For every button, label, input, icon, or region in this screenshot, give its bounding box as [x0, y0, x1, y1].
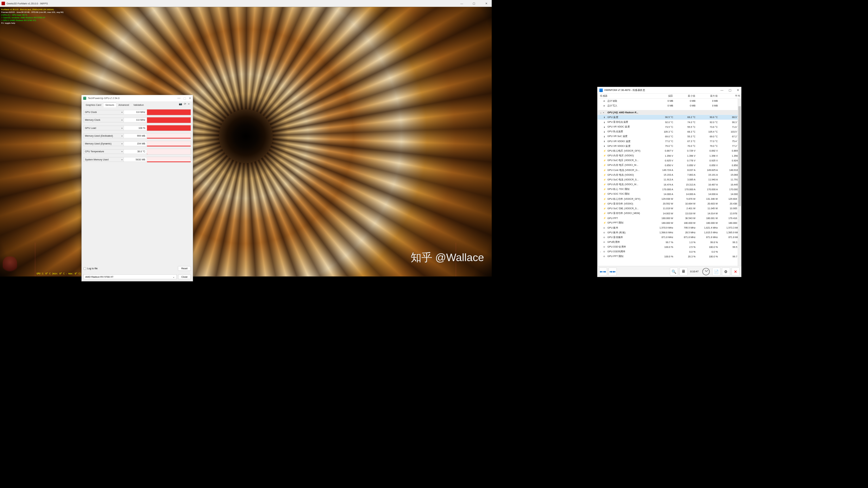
- sensor-label[interactable]: GPU Load▾: [83, 126, 124, 131]
- tab-graphics-card[interactable]: Graphics Card: [83, 102, 103, 108]
- close-button[interactable]: Close: [178, 274, 191, 279]
- log-to-file-checkbox[interactable]: Log to file: [83, 267, 97, 270]
- sensor-row[interactable]: ⚡GPU PPT 限制180.000 W180.000 W180.000 W18…: [598, 220, 741, 225]
- refresh-icon[interactable]: ⟳: [184, 102, 186, 108]
- sensor-group-header[interactable]: ⌄▪GPU [#0]: AMD Radeon R...: [598, 110, 741, 115]
- sensor-row[interactable]: Memory Clock▾0.0 MHz: [83, 116, 191, 124]
- sensor-row[interactable]: ⚡GPU 核心 TDC 限制170.000 A170.000 A170.000 …: [598, 187, 741, 192]
- sensor-row[interactable]: ⊙GPU D3D 使用率100.0 %2.5 %100.0 %99.5 %: [598, 245, 741, 249]
- reset-button[interactable]: Reset: [178, 266, 191, 271]
- sensor-value: 5630 MB: [124, 157, 147, 162]
- furmark-title: Geeks3D FurMark v1.35.0.0 - 96FPS: [6, 2, 458, 5]
- furmark-titlebar[interactable]: Geeks3D FurMark v1.35.0.0 - 96FPS — ▢ ✕: [0, 0, 492, 7]
- scrollbar[interactable]: [738, 99, 741, 266]
- sensor-row[interactable]: ⚡GPU 内存 电流 (VDDCI_M...16.474 A15.313 A16…: [598, 182, 741, 187]
- sensor-row[interactable]: ⚡GPU SOC TDC 限制14.000 A14.000 A14.000 A1…: [598, 192, 741, 196]
- sensor-row[interactable]: ⊙GPU 显存频率871.8 MHz871.8 MHz871.8 MHz871.…: [598, 235, 741, 240]
- sensor-row[interactable]: System Memory Used▾5630 MB: [83, 156, 191, 163]
- hwinfo-window[interactable]: HWiNFO64 v7.30-4870 - 传感器状态 — ▢ ✕ 传感器 实际…: [597, 87, 741, 277]
- exit-button[interactable]: ✕: [732, 268, 740, 276]
- sensor-row[interactable]: ⊙GPU 频率 (有效)1,566.6 MHz28.5 MHz1,615.5 M…: [598, 230, 741, 235]
- sensor-row[interactable]: ⚡GPU 核心功率 (VDDCR_GFX)129.936 W5.876 W131…: [598, 196, 741, 201]
- sensor-row[interactable]: ⊙GPU PPT 限制100.0 %20.3 %100.0 %99.7 %: [598, 254, 741, 259]
- network-button[interactable]: 🖥: [679, 268, 687, 276]
- sensor-type-icon: ⚡: [603, 207, 606, 210]
- tab-sensors[interactable]: Sensors: [103, 102, 116, 108]
- sensor-graph: [147, 157, 191, 162]
- sensor-row[interactable]: ⚡GPU SoC 电压 (VDDCR_S...0.925 V0.778 V0.9…: [598, 158, 741, 163]
- sensor-label[interactable]: System Memory Used▾: [83, 157, 124, 162]
- sensor-type-icon: ⚡: [603, 174, 606, 176]
- search-button[interactable]: 🔍: [670, 268, 678, 276]
- hwinfo-app-icon: [599, 89, 603, 92]
- sensor-label[interactable]: GPU Clock▾: [83, 110, 124, 115]
- sensor-row[interactable]: 🌡GPU VR VDDCI 温度79.0 °C70.0 °C79.0 °C77.…: [598, 144, 741, 149]
- sensor-row[interactable]: 🌡GPU VR SoC 温度69.0 °C55.3 °C69.0 °C67.2 …: [598, 134, 741, 139]
- settings-button[interactable]: ⚙: [722, 268, 730, 276]
- scrollbar-thumb[interactable]: [738, 106, 741, 206]
- menu-icon[interactable]: ≡: [188, 102, 190, 108]
- sensor-row[interactable]: ⚡GPU SoC 电流 (VDDCR_S...11.913 A3.085 A11…: [598, 177, 741, 182]
- sensor-label[interactable]: Memory Used (Dynamic)▾: [83, 141, 124, 146]
- sensor-row[interactable]: 🌡GPU 温度90.5 °C68.2 °C90.6 °C88.9 °C: [598, 115, 741, 120]
- maximize-button[interactable]: ▢: [729, 89, 731, 92]
- sensor-graph: [147, 109, 191, 115]
- sensor-row[interactable]: ⊘总计读取0 MB0 MB0 MB: [598, 99, 741, 103]
- gpu-select-dropdown[interactable]: AMD Radeon RX 5700 XT ⌄: [83, 274, 176, 279]
- gpuz-app-icon: [83, 97, 86, 100]
- minimize-button[interactable]: —: [720, 89, 723, 92]
- sensor-row[interactable]: ⚡GPU 内存 电压 (VDDCI_M...0.850 V0.850 V0.85…: [598, 163, 741, 168]
- sensor-row[interactable]: ⚡GPU 显存功率 (VDDIO)20.552 W10.664 W20.603 …: [598, 201, 741, 206]
- screenshot-icon[interactable]: 📷: [179, 102, 182, 108]
- sensor-row[interactable]: 🌡GPU VR VDDC 温度73.5 °C55.5 °C73.6 °C71.6…: [598, 124, 741, 129]
- sensor-row[interactable]: GPU Load▾100 %: [83, 124, 191, 132]
- hwinfo-titlebar[interactable]: HWiNFO64 v7.30-4870 - 传感器状态 — ▢ ✕: [598, 87, 741, 94]
- sensor-row[interactable]: ⚡GPU PPT180.000 W36.543 W180.001 W179.41…: [598, 216, 741, 220]
- sensor-row[interactable]: ⚡GPU 内存 电流 (VDDIO)15.153 A7.863 A15.191 …: [598, 173, 741, 177]
- tab-validation[interactable]: Validation: [131, 102, 146, 108]
- sensor-row[interactable]: CPU Temperature▾38.0 °C: [83, 148, 191, 155]
- sensor-row[interactable]: ⊘总计写入0 MB0 MB0 MB: [598, 103, 741, 108]
- log-checkbox-input[interactable]: [83, 267, 86, 270]
- gpuz-window[interactable]: TechPowerUp GPU-Z 2.54.0 — ▢ ✕ Graphics …: [81, 95, 193, 281]
- sensor-row[interactable]: ⚡GPU SoC 功耗 (VDDCR_S...11.019 W2.401 W11…: [598, 206, 741, 211]
- sensor-row[interactable]: ⊙GPU利用率99.7 %1.0 %99.8 %99.3 %: [598, 240, 741, 245]
- collapse-icon[interactable]: ⌄: [600, 112, 603, 114]
- sensor-type-icon: ⚡: [603, 169, 606, 171]
- close-button[interactable]: ✕: [189, 96, 191, 100]
- nav-arrows-alt-button[interactable]: ➡⬅: [608, 268, 617, 276]
- sensor-type-icon: ⊙: [603, 255, 606, 258]
- tab-advanced[interactable]: Advanced: [116, 102, 131, 108]
- log-button[interactable]: 📄: [712, 268, 720, 276]
- hwinfo-sensor-table[interactable]: ⊘总计读取0 MB0 MB0 MB⊘总计写入0 MB0 MB0 MB⌄▪GPU …: [598, 99, 741, 266]
- close-button[interactable]: ✕: [737, 89, 739, 92]
- sensor-type-icon: 🌡: [603, 121, 606, 123]
- sensor-value: 0.0 MHz: [124, 110, 147, 115]
- sensor-row[interactable]: ⚡GPU 核心电压 (VDDCR_GFX)0.867 V0.729 V0.892…: [598, 149, 741, 153]
- maximize-button[interactable]: ▢: [183, 96, 186, 100]
- sensor-row[interactable]: 🌡GPU 显存结点温度92.0 °C74.0 °C92.0 °C90.3 °C: [598, 120, 741, 124]
- gpuz-titlebar[interactable]: TechPowerUp GPU-Z 2.54.0 — ▢ ✕: [82, 95, 193, 101]
- sensor-type-icon: 🌡: [603, 135, 606, 138]
- clock-icon[interactable]: [702, 268, 710, 275]
- sensor-row[interactable]: 🌡GPU 热点温度105.3 °C68.3 °C105.4 °C103.5 °C: [598, 129, 741, 134]
- sensor-row[interactable]: ⚡GPU Core 电流 (VDDCR_G...149.724 A8.037 A…: [598, 168, 741, 172]
- sensor-row[interactable]: ⚡GPU 显存功率 (VDDCI_MEM)14.003 W13.016 W14.…: [598, 211, 741, 216]
- sensor-row[interactable]: Memory Used (Dedicated)▾555 MB: [83, 132, 191, 140]
- sensor-label[interactable]: Memory Used (Dedicated)▾: [83, 134, 124, 138]
- minimize-button[interactable]: —: [458, 2, 466, 5]
- sensor-row[interactable]: ⊙GPU 频率1,570.9 MHz795.5 MHz1,621.4 MHz1,…: [598, 225, 741, 230]
- sensor-row[interactable]: ⚡GPU 内存 电压 (VDDIO)1.356 V1.356 V1.356 V1…: [598, 153, 741, 158]
- sensor-label[interactable]: Memory Clock▾: [83, 118, 124, 122]
- sensor-row[interactable]: ›⊙GPU D3D利用率0.0 %0.0 %: [598, 249, 741, 254]
- sensor-row[interactable]: 🌡GPU VR VDDIO 温度77.0 °C67.3 °C77.0 °C75.…: [598, 139, 741, 144]
- sensor-type-icon: ⚡: [603, 154, 606, 157]
- nav-arrows-button[interactable]: ⬅➡: [599, 268, 607, 276]
- close-button[interactable]: ✕: [483, 2, 490, 5]
- sensor-label[interactable]: CPU Temperature▾: [83, 149, 124, 154]
- sensor-row[interactable]: Memory Used (Dynamic)▾154 MB: [83, 140, 191, 148]
- sensor-row[interactable]: GPU Clock▾0.0 MHz: [83, 109, 191, 116]
- furmark-logo-icon: [3, 256, 17, 274]
- maximize-button[interactable]: ▢: [470, 2, 478, 5]
- minimize-button[interactable]: —: [177, 96, 181, 100]
